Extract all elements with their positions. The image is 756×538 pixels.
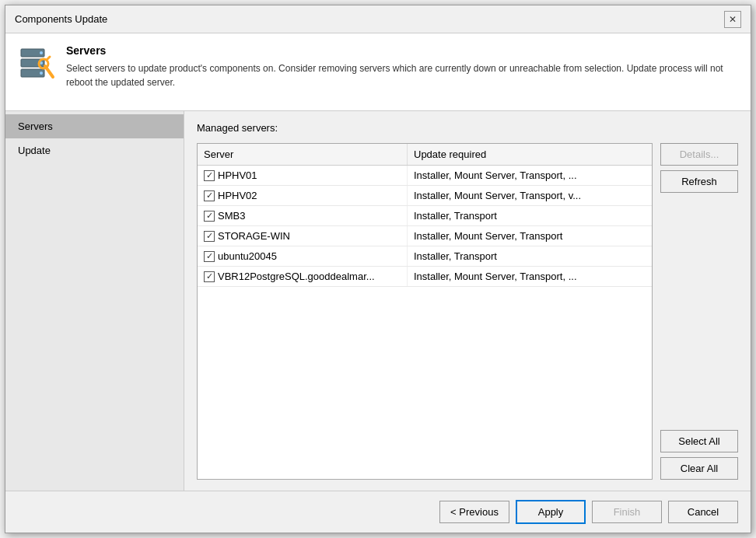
update-cell: Installer, Transport	[408, 206, 652, 225]
header-text: Servers Select servers to update product…	[66, 44, 738, 89]
column-update: Update required	[408, 144, 652, 165]
clear-all-button[interactable]: Clear All	[660, 457, 738, 480]
svg-point-3	[40, 51, 43, 54]
select-all-button[interactable]: Select All	[660, 430, 738, 452]
table-row[interactable]: HPHV01 Installer, Mount Server, Transpor…	[198, 166, 652, 186]
refresh-button[interactable]: Refresh	[660, 170, 738, 193]
server-cell: VBR12PostgreSQL.gooddealmar...	[198, 267, 408, 286]
sidebar: Servers Update	[5, 111, 184, 491]
footer: < Previous Apply Finish Cancel	[5, 491, 751, 533]
row-checkbox[interactable]	[204, 231, 215, 242]
apply-button[interactable]: Apply	[516, 500, 586, 524]
server-cell: HPHV02	[198, 186, 408, 205]
row-checkbox[interactable]	[204, 271, 215, 282]
column-server: Server	[198, 144, 408, 165]
server-cell: ubuntu20045	[198, 246, 408, 266]
previous-button[interactable]: < Previous	[439, 501, 509, 523]
svg-line-8	[47, 57, 50, 60]
dialog: Components Update ✕ Servers Select serve…	[5, 5, 751, 533]
server-cell: SMB3	[198, 206, 408, 225]
sidebar-item-servers[interactable]: Servers	[5, 114, 184, 138]
cancel-button[interactable]: Cancel	[668, 501, 738, 523]
content-row: Server Update required HPHV01 Installer,…	[197, 143, 738, 480]
row-checkbox[interactable]	[204, 170, 215, 181]
update-cell: Installer, Mount Server, Transport	[408, 226, 652, 246]
header-section: Servers Select servers to update product…	[5, 33, 751, 111]
finish-button[interactable]: Finish	[592, 501, 662, 523]
table-row[interactable]: STORAGE-WIN Installer, Mount Server, Tra…	[198, 226, 652, 246]
update-cell: Installer, Mount Server, Transport, v...	[408, 186, 652, 205]
title-bar: Components Update ✕	[5, 5, 751, 33]
server-cell: HPHV01	[198, 166, 408, 185]
sidebar-item-update[interactable]: Update	[5, 138, 184, 162]
row-checkbox[interactable]	[204, 190, 215, 201]
svg-point-5	[40, 72, 43, 75]
table-header: Server Update required	[198, 144, 652, 166]
update-cell: Installer, Mount Server, Transport, ...	[408, 267, 652, 286]
table-row[interactable]: HPHV02 Installer, Mount Server, Transpor…	[198, 186, 652, 206]
table-row[interactable]: VBR12PostgreSQL.gooddealmar... Installer…	[198, 267, 652, 287]
side-buttons: Details... Refresh Select All Clear All	[660, 143, 738, 480]
header-title: Servers	[66, 44, 738, 57]
dialog-title: Components Update	[15, 13, 107, 25]
servers-icon	[18, 44, 55, 82]
bottom-buttons: Select All Clear All	[660, 430, 738, 480]
update-cell: Installer, Transport	[408, 246, 652, 266]
main-content: Managed servers: Server Update required …	[184, 111, 751, 491]
table-row[interactable]: SMB3 Installer, Transport	[198, 206, 652, 226]
row-checkbox[interactable]	[204, 251, 215, 262]
body-section: Servers Update Managed servers: Server U…	[5, 111, 751, 491]
details-button[interactable]: Details...	[660, 143, 738, 166]
table-body: HPHV01 Installer, Mount Server, Transpor…	[198, 166, 652, 479]
close-button[interactable]: ✕	[724, 11, 741, 28]
server-table: Server Update required HPHV01 Installer,…	[197, 143, 653, 480]
managed-label: Managed servers:	[197, 122, 738, 134]
server-cell: STORAGE-WIN	[198, 226, 408, 246]
table-row[interactable]: ubuntu20045 Installer, Transport	[198, 246, 652, 267]
header-description: Select servers to update product's compo…	[66, 61, 738, 89]
update-cell: Installer, Mount Server, Transport, ...	[408, 166, 652, 185]
row-checkbox[interactable]	[204, 211, 215, 222]
